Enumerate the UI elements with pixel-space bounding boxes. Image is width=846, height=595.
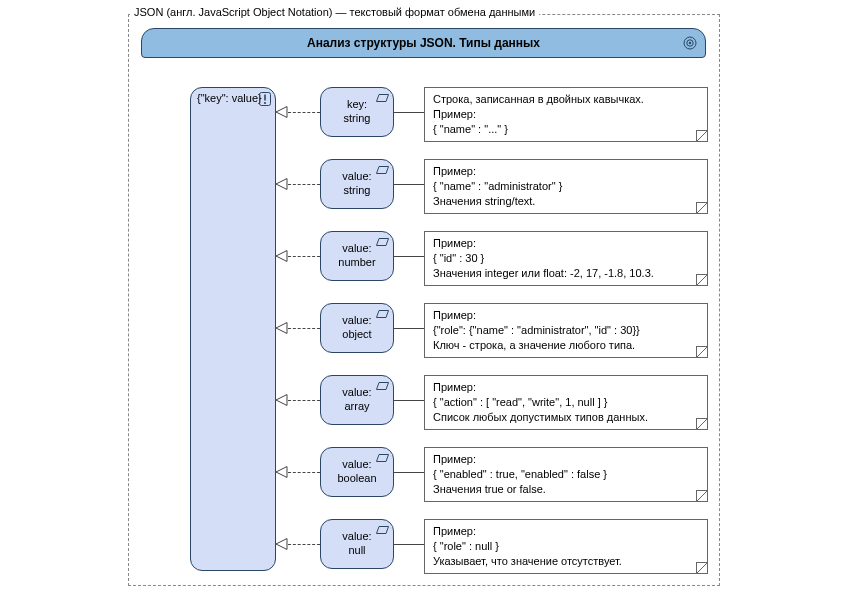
note-line: Указывает, что значение отсутствует. [433,554,693,569]
root-node-label: {"key": value} [197,92,262,104]
note-line: Пример: [433,452,693,467]
note-connector [394,544,424,545]
type-label-line2: null [348,544,365,558]
note-line: { "name" : "..." } [433,122,693,137]
parallelogram-icon [376,380,389,388]
parallelogram-icon [376,452,389,460]
note-box: Пример: { "enabled" : true, "enabled" : … [424,447,708,502]
note-line: Пример: [433,524,693,539]
svg-marker-7 [377,95,389,102]
note-line: { "name" : "administrator" } [433,179,693,194]
note-line: {"role": {"name" : "administrator", "id"… [433,323,693,338]
type-label-line1: value: [342,458,371,472]
note-box: Пример: { "action" : [ "read", "write", … [424,375,708,430]
type-node: value: string [320,159,394,209]
note-box: Пример: {"role": {"name" : "administrato… [424,303,708,358]
note-box: Пример: { "id" : 30 } Значения integer и… [424,231,708,286]
svg-marker-11 [377,239,389,246]
svg-marker-9 [377,167,389,174]
type-label-line1: value: [342,314,371,328]
svg-marker-15 [377,383,389,390]
parallelogram-icon [376,92,389,100]
row-value-number: value: number Пример: { "id" : 30 } Знач… [276,231,708,281]
type-label-line2: string [344,112,371,126]
svg-marker-10 [276,251,287,262]
type-label-line1: key: [347,98,367,112]
type-node: value: array [320,375,394,425]
exclamation-icon [259,92,271,106]
row-value-boolean: value: boolean Пример: { "enabled" : tru… [276,447,708,497]
note-line: Пример: [433,308,693,323]
type-node: value: object [320,303,394,353]
note-line: Пример: [433,164,693,179]
svg-marker-13 [377,311,389,318]
svg-marker-14 [276,395,287,406]
svg-marker-16 [276,467,287,478]
header-title: Анализ структуры JSON. Типы данных [307,36,540,50]
note-line: Значения integer или float: -2, 17, -1.8… [433,266,693,281]
note-connector [394,472,424,473]
type-node: value: boolean [320,447,394,497]
type-label-line1: value: [342,242,371,256]
type-label-line2: array [344,400,369,414]
parallelogram-icon [376,524,389,532]
type-node: value: null [320,519,394,569]
row-value-string: value: string Пример: { "name" : "admini… [276,159,708,209]
type-label-line2: string [344,184,371,198]
type-label-line2: boolean [337,472,376,486]
note-line: Пример: [433,107,693,122]
svg-marker-18 [276,539,287,550]
note-line: { "id" : 30 } [433,251,693,266]
note-line: Значения string/text. [433,194,693,209]
note-connector [394,184,424,185]
svg-marker-19 [377,527,389,534]
row-value-array: value: array Пример: { "action" : [ "rea… [276,375,708,425]
note-line: Пример: [433,380,693,395]
note-connector [394,256,424,257]
diagram-header: Анализ структуры JSON. Типы данных [141,28,706,58]
svg-marker-17 [377,455,389,462]
svg-marker-6 [276,107,287,118]
type-label-line1: value: [342,530,371,544]
type-node: key: string [320,87,394,137]
note-line: { "role" : null } [433,539,693,554]
svg-marker-12 [276,323,287,334]
note-line: { "action" : [ "read", "write", 1, null … [433,395,693,410]
type-label-line1: value: [342,170,371,184]
row-value-object: value: object Пример: {"role": {"name" :… [276,303,708,353]
type-node: value: number [320,231,394,281]
type-label-line2: number [338,256,375,270]
type-label-line1: value: [342,386,371,400]
note-connector [394,112,424,113]
svg-point-2 [689,42,691,44]
note-line: Строка, записанная в двойных кавычках. [433,92,693,107]
type-label-line2: object [342,328,371,342]
parallelogram-icon [376,164,389,172]
note-line: Пример: [433,236,693,251]
note-line: Значения true or false. [433,482,693,497]
svg-point-5 [264,102,266,104]
note-box: Строка, записанная в двойных кавычках. П… [424,87,708,142]
row-value-null: value: null Пример: { "role" : null } Ук… [276,519,708,569]
note-box: Пример: { "role" : null } Указывает, что… [424,519,708,574]
note-box: Пример: { "name" : "administrator" } Зна… [424,159,708,214]
note-connector [394,328,424,329]
parallelogram-icon [376,236,389,244]
row-key-string: key: string Строка, записанная в двойных… [276,87,708,137]
frame-label: JSON (англ. JavaScript Object Notation) … [130,6,539,18]
svg-marker-8 [276,179,287,190]
root-node: {"key": value} [190,87,276,571]
note-connector [394,400,424,401]
note-line: Список любых допустимых типов данных. [433,410,693,425]
target-icon [683,36,697,50]
note-line: { "enabled" : true, "enabled" : false } [433,467,693,482]
parallelogram-icon [376,308,389,316]
note-line: Ключ - строка, а значение любого типа. [433,338,693,353]
